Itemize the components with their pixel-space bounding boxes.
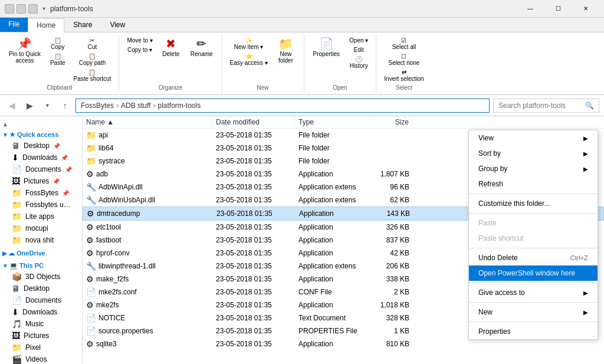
ctx-item-group-by[interactable]: Group by▶ [469, 161, 598, 176]
file-name: mke2fs [96, 301, 119, 309]
file-size-cell [372, 134, 413, 136]
file-icon: 📁 [86, 130, 96, 140]
search-input[interactable] [498, 101, 583, 110]
sidebar-item-music[interactable]: 🎵 Music [0, 318, 82, 330]
ribbon-group-select: ☑ Select all ☐ Select none ⇄ Invert sele… [376, 35, 431, 92]
sidebar-item-documents-label: Documents [25, 165, 61, 173]
paste-button[interactable]: 📋 Paste [47, 52, 68, 67]
edit-button[interactable]: Edit [346, 45, 371, 54]
sidebar-item-fossbytes[interactable]: 📁 FossBytes 📌 [0, 187, 82, 199]
sidebar-item-documents[interactable]: 📄 Documents 📌 [0, 163, 82, 175]
forward-button[interactable]: ▶ [22, 99, 37, 113]
file-date-cell: 23-05-2018 01:35 [212, 130, 295, 140]
sidebar-item-downloads[interactable]: ⬇ Downloads 📌 [0, 152, 82, 163]
history-button[interactable]: 🕐 History [346, 55, 371, 70]
invert-selection-button[interactable]: ⇄ Invert selection [381, 68, 426, 83]
delete-button[interactable]: ✖ Delete [158, 36, 184, 59]
sidebar: ▲ ▼ ★ Quick access 🖥 Desktop 📌 ⬇ Downloa… [0, 116, 83, 364]
maximize-button[interactable]: ☐ [544, 0, 572, 18]
sidebar-section-this-pc[interactable]: ▼ 💻 This PC [0, 261, 82, 271]
ctx-item-refresh[interactable]: Refresh [469, 176, 598, 192]
new-folder-button[interactable]: 📁 Newfolder [273, 36, 299, 65]
pin-indicator-pic: 📌 [52, 178, 60, 185]
easy-access-label: Easy access ▾ [230, 60, 268, 66]
paste-shortcut-button[interactable]: 📋 Paste shortcut [71, 68, 114, 83]
col-header-size[interactable]: Size [372, 116, 413, 128]
copy-button[interactable]: 📋 Copy [47, 36, 68, 51]
sidebar-item-desktop-pc[interactable]: 🖥 Desktop [0, 283, 82, 294]
file-name-cell: 🔧 AdbWinUsbApi.dll [83, 194, 212, 206]
file-name-cell: ⚙ fastboot [83, 234, 212, 246]
rename-button[interactable]: ✏ Rename [186, 36, 217, 59]
minimize-button[interactable]: — [517, 0, 544, 18]
copy-to-label: Copy to ▾ [127, 47, 152, 53]
back-button[interactable]: ◀ [5, 99, 19, 113]
sidebar-item-downloads-pc[interactable]: ⬇ Downloads [0, 306, 82, 318]
ribbon-group-open: 📄 Properties Open ▾ Edit 🕐 History [304, 35, 377, 92]
properties-button[interactable]: 📄 Properties [309, 36, 344, 59]
file-size-cell [372, 160, 413, 162]
ctx-item-give-access[interactable]: Give access to▶ [469, 285, 598, 300]
tab-file[interactable]: File [0, 18, 28, 32]
cut-button[interactable]: ✂ Cut [71, 36, 114, 51]
sidebar-item-videos[interactable]: 🎬 Videos [0, 353, 82, 364]
file-icon: 🔧 [86, 182, 96, 192]
easy-access-button[interactable]: ⭐ Easy access ▾ [227, 52, 271, 67]
sidebar-item-desktop[interactable]: 🖥 Desktop 📌 [0, 140, 82, 152]
ctx-item-undo-delete[interactable]: Undo DeleteCtrl+Z [469, 250, 598, 265]
copy-to-button[interactable]: Copy to ▾ [124, 45, 155, 54]
search-box: 🔍 [493, 99, 599, 113]
sidebar-item-pictures-pc[interactable]: 🖼 Pictures [0, 330, 82, 342]
sidebar-item-fossbytes-used[interactable]: 📁 Fossbytes used l [0, 199, 82, 211]
ribbon-content: 📌 Pin to Quickaccess 📋 Copy 📋 Paste [0, 32, 604, 94]
delete-icon: ✖ [166, 38, 176, 50]
tab-view[interactable]: View [101, 18, 134, 32]
file-name: sqlite3 [96, 340, 117, 348]
up-button[interactable]: ↑ [58, 99, 72, 113]
select-all-button[interactable]: ☑ Select all [381, 36, 426, 51]
ctx-item-properties[interactable]: Properties [469, 324, 598, 339]
file-type-cell: Application [295, 339, 372, 349]
sidebar-item-documents-pc[interactable]: 📄 Documents [0, 294, 82, 306]
sidebar-item-3d-objects[interactable]: 📦 3D Objects [0, 271, 82, 283]
ctx-label-new: New [478, 308, 493, 316]
ctx-item-open-powershell[interactable]: Open PowerShell window here [469, 265, 598, 281]
move-to-button[interactable]: Move to ▾ [124, 36, 155, 45]
sidebar-item-lite-apps[interactable]: 📁 Lite apps [0, 211, 82, 222]
file-icon: ⚙ [86, 274, 94, 284]
sidebar-scroll-up[interactable]: ▲ [0, 119, 82, 130]
recent-button[interactable]: ▾ [40, 99, 54, 113]
tab-home[interactable]: Home [28, 18, 64, 32]
file-type-cell: File folder [295, 143, 372, 153]
ctx-item-customize[interactable]: Customize this folder... [469, 196, 598, 211]
tab-share[interactable]: Share [64, 18, 101, 32]
file-name: NOTICE [99, 314, 125, 322]
sidebar-section-quick-access[interactable]: ▼ ★ Quick access [0, 130, 82, 140]
col-header-date[interactable]: Date modified [212, 116, 295, 128]
ctx-item-new[interactable]: New▶ [469, 304, 598, 320]
open-button[interactable]: Open ▾ [346, 36, 371, 45]
select-group: ☑ Select all ☐ Select none ⇄ Invert sele… [381, 36, 426, 83]
close-button[interactable]: ✕ [572, 0, 599, 18]
file-size-cell: 1,807 KB [372, 169, 413, 179]
copy-path-button[interactable]: 📋 Copy path [71, 52, 114, 67]
new-item-icon: ✨ [245, 37, 252, 44]
onedrive-label: ☁ OneDrive [8, 250, 45, 257]
pictures-pc-icon: 🖼 [12, 331, 20, 340]
pin-to-quick-access-button[interactable]: 📌 Pin to Quickaccess [5, 36, 45, 65]
ctx-item-view[interactable]: View▶ [469, 130, 598, 146]
ctx-separator-sep5 [469, 302, 598, 303]
sidebar-item-pixel[interactable]: 📁 Pixel [0, 342, 82, 353]
sidebar-item-mocupi[interactable]: 📁 mocupi [0, 222, 82, 234]
col-header-type[interactable]: Type [295, 116, 372, 128]
easy-access-icon: ⭐ [245, 53, 252, 60]
col-header-name[interactable]: Name ▲ [83, 116, 212, 128]
sidebar-section-onedrive[interactable]: ▶ ☁ OneDrive [0, 248, 82, 258]
sidebar-item-nova-shit[interactable]: 📁 nova shit [0, 234, 82, 246]
ctx-item-sort-by[interactable]: Sort by▶ [469, 146, 598, 161]
new-item-button[interactable]: ✨ New item ▾ [227, 36, 271, 51]
delete-label: Delete [162, 51, 179, 57]
select-none-button[interactable]: ☐ Select none [381, 52, 426, 67]
sidebar-item-pictures[interactable]: 🖼 Pictures 📌 [0, 175, 82, 187]
address-path[interactable]: FossBytes › ADB stuff › platform-tools [76, 99, 490, 113]
